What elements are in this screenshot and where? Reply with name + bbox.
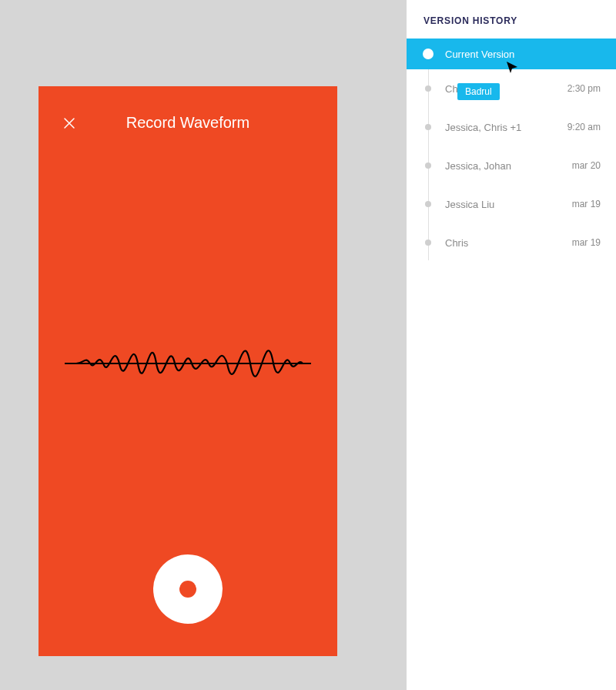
history-item-label: Chris bbox=[445, 83, 567, 95]
timeline-dot-icon bbox=[425, 201, 431, 207]
phone-title: Record Waveform bbox=[62, 114, 314, 132]
timeline-dot-icon bbox=[425, 124, 431, 130]
timeline-dot-icon bbox=[425, 239, 431, 246]
version-history-panel: VERSION HISTORY Current Version Chris 2:… bbox=[407, 0, 616, 690]
history-item-label: Current Version bbox=[445, 49, 601, 60]
history-item[interactable]: Jessica, Chris +1 9:20 am bbox=[407, 108, 616, 146]
canvas-area: Record Waveform bbox=[0, 0, 407, 690]
history-item-time: mar 20 bbox=[572, 160, 601, 171]
history-item-time: 9:20 am bbox=[567, 122, 601, 132]
timeline-dot-icon bbox=[425, 85, 431, 92]
history-item-label: Jessica, Johan bbox=[445, 160, 572, 172]
history-item[interactable]: Jessica Liu mar 19 bbox=[407, 185, 616, 223]
record-indicator-icon bbox=[179, 581, 196, 598]
history-item-time: 2:30 pm bbox=[567, 83, 601, 94]
history-item[interactable]: Chris mar 19 bbox=[407, 223, 616, 262]
history-item-label: Jessica, Chris +1 bbox=[445, 122, 567, 133]
history-item-time: mar 19 bbox=[572, 237, 601, 248]
history-item-time: mar 19 bbox=[572, 199, 601, 209]
phone-mockup: Record Waveform bbox=[38, 86, 337, 656]
version-history-list: Current Version Chris 2:30 pm Jessica, C… bbox=[407, 39, 616, 262]
history-item-label: Chris bbox=[445, 237, 572, 249]
version-history-title: VERSION HISTORY bbox=[407, 0, 616, 39]
history-item-label: Jessica Liu bbox=[445, 199, 572, 210]
phone-header: Record Waveform bbox=[38, 86, 337, 132]
record-button[interactable] bbox=[153, 554, 223, 624]
history-item[interactable]: Jessica, Johan mar 20 bbox=[407, 146, 616, 185]
waveform-graphic bbox=[38, 317, 337, 410]
history-item[interactable]: Chris 2:30 pm bbox=[407, 69, 616, 108]
history-item-current[interactable]: Current Version bbox=[407, 39, 616, 69]
timeline-dot-icon bbox=[423, 49, 434, 59]
timeline-dot-icon bbox=[425, 162, 431, 169]
